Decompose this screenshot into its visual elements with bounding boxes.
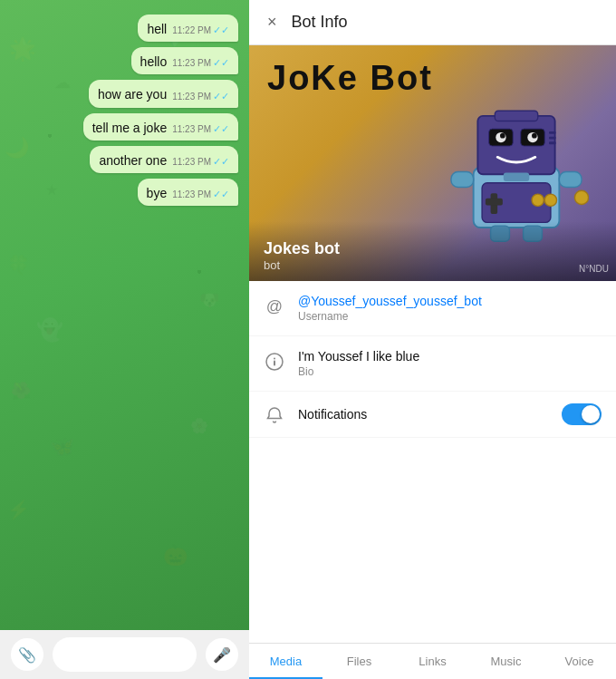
at-icon: @ — [264, 296, 285, 317]
bot-cover-title: JoKe Bot — [267, 60, 433, 98]
message-bubble: another one 11:23 PM ✓✓ — [90, 146, 238, 173]
info-panel-header: × Bot Info — [249, 0, 616, 45]
attachment-icon: 📎 — [18, 646, 36, 664]
message-bubble: hello 11:23 PM ✓✓ — [131, 47, 238, 74]
read-receipt-icon: ✓✓ — [213, 123, 229, 135]
info-details: @ @Youssef_youssef_youssef_bot Username … — [249, 281, 616, 643]
bot-display-name: Jokes bot — [264, 239, 602, 258]
chat-panel: 🌟 ☁ 🌙 ★ 🍀 👻 🌺 🦋 ⚡ 🐱 🐶 🌸 🎃 💎 hell 11:22 P… — [0, 0, 249, 679]
message-meta: 11:23 PM ✓✓ — [172, 57, 229, 69]
message-meta: 11:23 PM ✓✓ — [172, 91, 229, 102]
svg-point-25 — [274, 358, 275, 360]
read-receipt-icon: ✓✓ — [213, 57, 229, 69]
svg-point-22 — [574, 190, 588, 204]
read-receipt-icon: ✓✓ — [213, 91, 229, 102]
message-text: another one — [99, 152, 167, 169]
bio-label: Bio — [298, 365, 419, 378]
read-receipt-icon: ✓✓ — [213, 156, 229, 168]
svg-point-8 — [532, 133, 537, 139]
svg-rect-15 — [486, 199, 503, 206]
svg-point-16 — [532, 194, 544, 206]
mic-icon: 🎤 — [213, 646, 231, 664]
bot-name-overlay: Jokes bot bot — [249, 221, 616, 281]
bio-row: I'm Youssef I like blue Bio — [249, 336, 616, 392]
svg-rect-24 — [274, 361, 275, 366]
message-bubble: tell me a joke 11:23 PM ✓✓ — [83, 113, 238, 141]
tab-files[interactable]: Files — [322, 644, 396, 679]
tabs-bar: MediaFilesLinksMusicVoice — [249, 643, 616, 679]
svg-rect-10 — [549, 137, 556, 140]
bot-cover-image: JoKe Bot — [249, 45, 616, 281]
read-receipt-icon: ✓✓ — [213, 189, 229, 200]
svg-rect-9 — [549, 131, 556, 134]
svg-rect-12 — [504, 172, 529, 180]
tab-music[interactable]: Music — [469, 644, 543, 679]
bot-robot-illustration — [444, 82, 589, 245]
svg-rect-2 — [495, 111, 537, 121]
panel-title: Bot Info — [292, 13, 348, 32]
message-text: hell — [147, 21, 167, 37]
info-panel: × Bot Info JoKe Bot — [249, 0, 616, 679]
tab-media[interactable]: Media — [249, 644, 322, 679]
username-label: Username — [298, 310, 482, 323]
username-value: @Youssef_youssef_youssef_bot — [298, 294, 482, 308]
attachment-button[interactable]: 📎 — [11, 638, 43, 671]
bot-type-label: bot — [264, 258, 602, 272]
svg-point-7 — [500, 133, 505, 139]
message-text: tell me a joke — [92, 120, 167, 136]
notifications-row: Notifications — [249, 392, 616, 438]
svg-point-17 — [544, 194, 556, 206]
message-text: hello — [140, 53, 168, 70]
info-icon — [264, 351, 285, 373]
message-input[interactable] — [53, 637, 197, 672]
message-meta: 11:23 PM ✓✓ — [172, 189, 229, 200]
mic-button[interactable]: 🎤 — [206, 638, 238, 671]
message-bubble: hell 11:22 PM ✓✓ — [138, 15, 238, 42]
bio-value: I'm Youssef I like blue — [298, 349, 419, 364]
svg-rect-18 — [451, 171, 474, 187]
chat-messages: hell 11:22 PM ✓✓ hello 11:23 PM ✓✓ how a… — [0, 0, 249, 630]
close-button[interactable]: × — [264, 9, 281, 35]
username-row: @ @Youssef_youssef_youssef_bot Username — [249, 281, 616, 336]
tab-links[interactable]: Links — [396, 644, 469, 679]
message-text: bye — [147, 185, 168, 201]
message-bubble: how are you 11:23 PM ✓✓ — [89, 80, 238, 107]
svg-rect-11 — [549, 141, 556, 144]
notifications-toggle[interactable] — [562, 403, 602, 425]
message-text: how are you — [98, 86, 167, 102]
tab-voice[interactable]: Voice — [543, 644, 616, 679]
message-meta: 11:23 PM ✓✓ — [172, 156, 229, 168]
message-meta: 11:22 PM ✓✓ — [172, 24, 229, 36]
read-receipt-icon: ✓✓ — [213, 24, 229, 36]
notifications-label: Notifications — [298, 407, 549, 422]
bell-icon — [264, 404, 285, 426]
message-bubble: bye 11:23 PM ✓✓ — [138, 179, 238, 206]
artist-credit: N°NDU — [579, 264, 609, 274]
message-meta: 11:23 PM ✓✓ — [172, 123, 229, 135]
svg-rect-19 — [559, 171, 582, 187]
chat-input-bar: 📎 🎤 — [0, 630, 249, 679]
